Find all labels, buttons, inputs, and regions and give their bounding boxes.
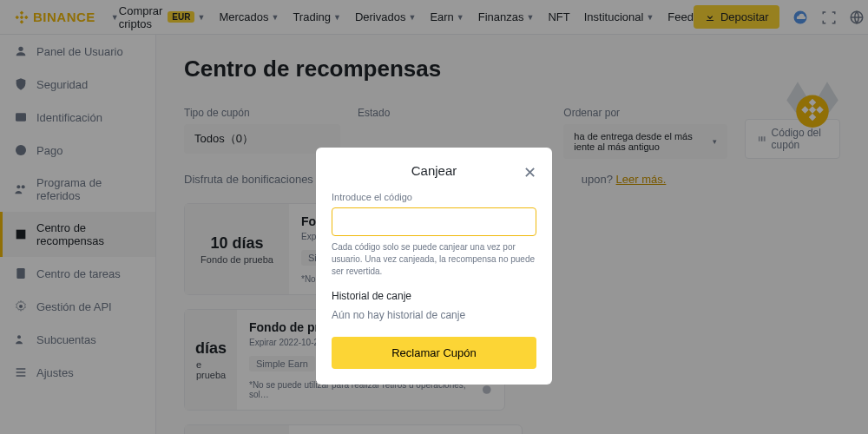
modal-input-label: Introduce el código [332, 192, 536, 202]
history-section-label: Historial de canje [332, 290, 536, 302]
code-input[interactable] [332, 207, 536, 236]
close-icon[interactable]: ✕ [523, 163, 536, 182]
redeem-modal: Canjear ✕ Introduce el código Cada códig… [316, 148, 552, 385]
history-empty: Aún no hay historial de canje [332, 309, 536, 321]
claim-coupon-button[interactable]: Reclamar Cupón [332, 337, 536, 369]
modal-hint: Cada código solo se puede canjear una ve… [332, 241, 536, 278]
modal-title: Canjear [411, 163, 457, 178]
